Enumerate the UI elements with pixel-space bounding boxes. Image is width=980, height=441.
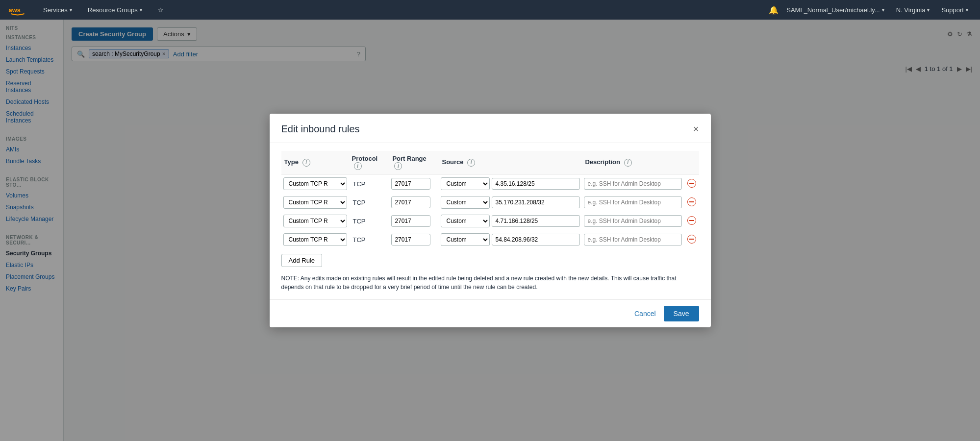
nav-bookmarks[interactable]: ☆ (154, 4, 168, 16)
col-description: Description i (582, 151, 684, 174)
source-select-1[interactable]: Custom Anywhere My IP (441, 196, 490, 209)
type-info-icon[interactable]: i (302, 159, 310, 167)
remove-rule-button-2[interactable] (686, 215, 697, 227)
add-rule-button[interactable]: Add Rule (281, 254, 322, 267)
nav-user[interactable]: SAML_Normal_User/michael.ly... ▾ (782, 4, 888, 16)
bell-icon[interactable]: 🔔 (769, 5, 779, 15)
protocol-cell-2: TCP (349, 212, 390, 230)
port-range-input-3[interactable] (391, 234, 430, 245)
description-input-0[interactable] (584, 178, 682, 190)
description-input-1[interactable] (584, 196, 682, 208)
table-row: Custom TCP R All traffic All TCP All UDP… (281, 193, 699, 212)
cidr-input-3[interactable] (492, 234, 580, 245)
region-caret-icon: ▾ (927, 7, 930, 13)
protocol-info-icon[interactable]: i (354, 162, 362, 170)
top-navigation: aws Services ▾ Resource Groups ▾ ☆ 🔔 SAM… (0, 0, 980, 20)
cancel-button[interactable]: Cancel (634, 310, 656, 318)
remove-icon-0 (687, 179, 696, 188)
aws-logo: aws (8, 3, 27, 17)
remove-rule-button-1[interactable] (686, 196, 697, 209)
col-type: Type i (281, 151, 349, 174)
protocol-cell-1: TCP (349, 193, 390, 212)
svg-text:aws: aws (9, 6, 21, 14)
resource-groups-caret-icon: ▾ (140, 7, 142, 13)
table-row: Custom TCP R All traffic All TCP All UDP… (281, 212, 699, 230)
col-source: Source i (439, 151, 582, 174)
type-select-3[interactable]: Custom TCP R All traffic All TCP All UDP… (283, 233, 347, 246)
note-text: NOTE: Any edits made on existing rules w… (281, 274, 699, 292)
modal-title: Edit inbound rules (281, 123, 360, 135)
port-range-info-icon[interactable]: i (394, 162, 402, 170)
cidr-input-2[interactable] (492, 215, 580, 227)
services-caret-icon: ▾ (70, 7, 72, 13)
nav-resource-groups[interactable]: Resource Groups ▾ (84, 4, 146, 16)
nav-right-section: 🔔 SAML_Normal_User/michael.ly... ▾ N. Vi… (769, 4, 972, 16)
col-actions (684, 151, 699, 174)
modal-overlay[interactable]: Edit inbound rules × Type i Protocol i (0, 0, 980, 441)
table-row: Custom TCP R All traffic All TCP All UDP… (281, 230, 699, 249)
remove-icon-3 (687, 235, 696, 244)
nav-region[interactable]: N. Virginia ▾ (892, 4, 934, 16)
modal-footer: Cancel Save (270, 299, 711, 327)
port-range-input-1[interactable] (391, 196, 430, 208)
protocol-cell-3: TCP (349, 230, 390, 249)
description-input-3[interactable] (584, 234, 682, 245)
remove-icon-2 (687, 216, 696, 225)
source-select-0[interactable]: Custom Anywhere My IP (441, 177, 490, 190)
modal-header: Edit inbound rules × (270, 114, 711, 143)
modal-body: Type i Protocol i Port Range i Source (270, 143, 711, 300)
support-caret-icon: ▾ (966, 7, 968, 13)
port-range-input-0[interactable] (391, 178, 430, 190)
save-button[interactable]: Save (664, 306, 699, 321)
edit-inbound-rules-modal: Edit inbound rules × Type i Protocol i (270, 114, 711, 328)
type-select-0[interactable]: Custom TCP R All traffic All TCP All UDP… (283, 177, 347, 190)
port-range-input-2[interactable] (391, 215, 430, 227)
modal-close-button[interactable]: × (693, 124, 699, 134)
cidr-input-0[interactable] (492, 178, 580, 190)
source-select-3[interactable]: Custom Anywhere My IP (441, 233, 490, 246)
type-select-2[interactable]: Custom TCP R All traffic All TCP All UDP… (283, 215, 347, 227)
source-select-2[interactable]: Custom Anywhere My IP (441, 215, 490, 227)
nav-support[interactable]: Support ▾ (937, 4, 972, 16)
table-row: Custom TCP R All traffic All TCP All UDP… (281, 174, 699, 194)
remove-rule-button-3[interactable] (686, 234, 697, 246)
cidr-input-1[interactable] (492, 196, 580, 208)
inbound-rules-table: Type i Protocol i Port Range i Source (281, 151, 699, 249)
desc-info-icon[interactable]: i (624, 159, 632, 167)
user-caret-icon: ▾ (882, 7, 884, 13)
nav-services[interactable]: Services ▾ (39, 4, 76, 16)
description-input-2[interactable] (584, 215, 682, 227)
source-info-icon[interactable]: i (467, 159, 475, 167)
remove-rule-button-0[interactable] (686, 178, 697, 190)
protocol-cell-0: TCP (349, 174, 390, 194)
remove-icon-1 (687, 197, 696, 206)
type-select-1[interactable]: Custom TCP R All traffic All TCP All UDP… (283, 196, 347, 209)
col-port-range: Port Range i (389, 151, 439, 174)
col-protocol: Protocol i (349, 151, 390, 174)
